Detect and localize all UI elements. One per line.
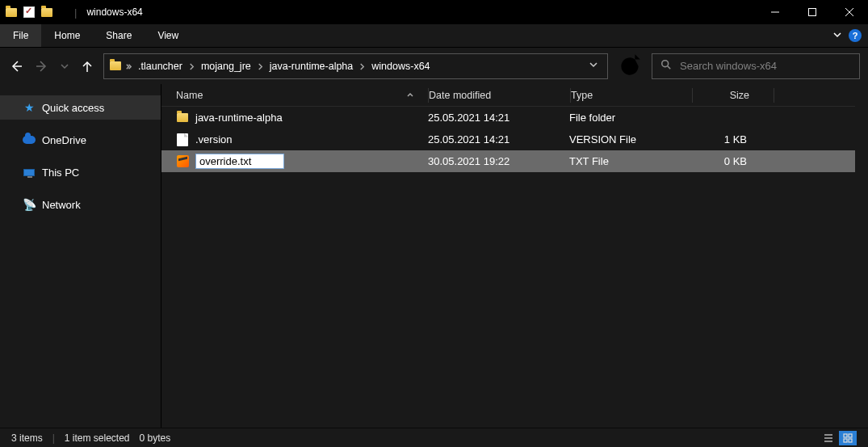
column-header-size[interactable]: Size bbox=[693, 90, 774, 101]
file-date: 25.05.2021 14:21 bbox=[428, 133, 569, 145]
sidebar-item-label: This PC bbox=[42, 167, 79, 179]
file-row[interactable]: .version 25.05.2021 14:21 VERSION File 1… bbox=[161, 129, 868, 150]
file-type: File folder bbox=[569, 112, 690, 124]
sidebar-item-onedrive[interactable]: OneDrive bbox=[0, 128, 161, 152]
help-button[interactable]: ? bbox=[849, 29, 862, 42]
status-selected: 1 item selected bbox=[65, 432, 130, 444]
file-type: TXT File bbox=[569, 155, 690, 167]
sidebar-item-network[interactable]: 📡 Network bbox=[0, 192, 161, 217]
properties-icon[interactable] bbox=[23, 6, 36, 19]
svg-rect-15 bbox=[849, 439, 852, 442]
sidebar-item-label: Network bbox=[42, 199, 81, 211]
file-name: java-runtime-alpha bbox=[195, 112, 283, 124]
nav-arrows bbox=[8, 58, 95, 74]
column-header-label: Date modified bbox=[429, 90, 491, 101]
svg-line-8 bbox=[668, 65, 671, 69]
status-divider: | bbox=[52, 432, 55, 444]
address-bar[interactable]: .tlauncher mojang_jre java-runtime-alpha… bbox=[103, 53, 608, 79]
breadcrumb[interactable]: java-runtime-alpha bbox=[267, 59, 356, 74]
file-row[interactable]: override.txt 30.05.2021 19:22 TXT File 0… bbox=[161, 150, 868, 172]
network-icon: 📡 bbox=[23, 198, 36, 211]
sidebar: ★ Quick access OneDrive This PC 📡 Networ… bbox=[0, 84, 161, 428]
titlebar-left: | windows-x64 bbox=[0, 6, 143, 19]
breadcrumb[interactable]: windows-x64 bbox=[369, 59, 432, 74]
file-type: VERSION File bbox=[569, 133, 690, 145]
column-header-name[interactable]: Name bbox=[161, 90, 428, 101]
window-controls bbox=[757, 0, 868, 24]
folder-icon bbox=[40, 6, 53, 19]
svg-rect-1 bbox=[809, 9, 816, 16]
breadcrumb[interactable]: mojang_jre bbox=[199, 59, 254, 74]
status-bar: 3 items | 1 item selected 0 bytes bbox=[0, 428, 868, 447]
column-header-label: Type bbox=[571, 90, 593, 101]
titlebar: | windows-x64 bbox=[0, 0, 868, 24]
column-header-date[interactable]: Date modified bbox=[429, 90, 570, 101]
ribbon-tab-home[interactable]: Home bbox=[41, 24, 93, 47]
svg-rect-14 bbox=[844, 439, 847, 442]
ribbon: File Home Share View ? bbox=[0, 24, 868, 47]
chevron-double-icon[interactable] bbox=[125, 59, 132, 74]
up-button[interactable] bbox=[79, 58, 95, 74]
monitor-icon bbox=[23, 166, 36, 179]
file-row[interactable]: java-runtime-alpha 25.05.2021 14:21 File… bbox=[161, 107, 868, 129]
maximize-button[interactable] bbox=[794, 0, 831, 24]
address-dropdown-icon[interactable] bbox=[588, 59, 599, 74]
search-input[interactable] bbox=[680, 60, 851, 72]
file-date: 25.05.2021 14:21 bbox=[428, 112, 569, 124]
file-list-pane: Name Date modified Type Size java-runtim… bbox=[161, 84, 868, 428]
navbar: .tlauncher mojang_jre java-runtime-alpha… bbox=[0, 47, 868, 84]
scrollbar[interactable] bbox=[855, 84, 868, 428]
refresh-button[interactable] bbox=[616, 53, 644, 79]
search-box[interactable] bbox=[652, 53, 860, 79]
breadcrumb[interactable]: .tlauncher bbox=[136, 59, 185, 74]
column-header-type[interactable]: Type bbox=[571, 90, 692, 101]
svg-rect-13 bbox=[849, 434, 852, 437]
file-icon bbox=[176, 133, 189, 146]
file-size: 1 KB bbox=[690, 133, 771, 145]
back-button[interactable] bbox=[8, 58, 24, 74]
sublime-icon bbox=[176, 155, 189, 168]
rename-input[interactable]: override.txt bbox=[195, 154, 284, 169]
file-name: .version bbox=[195, 133, 233, 145]
folder-icon bbox=[109, 60, 122, 73]
folder-icon bbox=[176, 112, 189, 124]
star-icon: ★ bbox=[23, 101, 36, 114]
svg-rect-12 bbox=[844, 434, 847, 437]
recent-dropdown-icon[interactable] bbox=[60, 58, 69, 74]
view-details-button[interactable] bbox=[820, 431, 837, 445]
column-headers: Name Date modified Type Size bbox=[161, 84, 868, 107]
window-title: windows-x64 bbox=[86, 6, 142, 18]
status-bytes: 0 bytes bbox=[140, 432, 171, 444]
ribbon-tab-share[interactable]: Share bbox=[93, 24, 145, 47]
close-button[interactable] bbox=[831, 0, 868, 24]
view-thumbnails-button[interactable] bbox=[839, 431, 857, 445]
sidebar-item-this-pc[interactable]: This PC bbox=[0, 160, 161, 184]
chevron-right-icon[interactable] bbox=[359, 59, 366, 74]
ribbon-tab-view[interactable]: View bbox=[145, 24, 191, 47]
file-size: 0 KB bbox=[690, 155, 771, 167]
title-separator: | bbox=[74, 6, 77, 19]
chevron-right-icon[interactable] bbox=[188, 59, 195, 74]
ribbon-collapse-icon[interactable] bbox=[832, 28, 842, 43]
file-date: 30.05.2021 19:22 bbox=[428, 155, 569, 167]
chevron-right-icon[interactable] bbox=[257, 59, 264, 74]
column-header-label: Name bbox=[176, 90, 203, 101]
cloud-icon bbox=[23, 133, 36, 146]
forward-button[interactable] bbox=[34, 58, 50, 74]
qat-dropdown-icon[interactable] bbox=[58, 6, 66, 19]
svg-point-7 bbox=[662, 60, 669, 66]
search-icon bbox=[660, 59, 672, 74]
status-item-count: 3 items bbox=[11, 432, 43, 444]
ribbon-tab-file[interactable]: File bbox=[0, 24, 41, 47]
sort-indicator-icon bbox=[407, 90, 413, 101]
file-list[interactable]: java-runtime-alpha 25.05.2021 14:21 File… bbox=[161, 107, 868, 172]
sidebar-item-label: OneDrive bbox=[42, 134, 86, 146]
folder-icon bbox=[5, 6, 18, 19]
minimize-button[interactable] bbox=[757, 0, 794, 24]
sidebar-item-quick-access[interactable]: ★ Quick access bbox=[0, 95, 161, 120]
sidebar-item-label: Quick access bbox=[42, 102, 104, 114]
column-header-label: Size bbox=[730, 90, 749, 101]
